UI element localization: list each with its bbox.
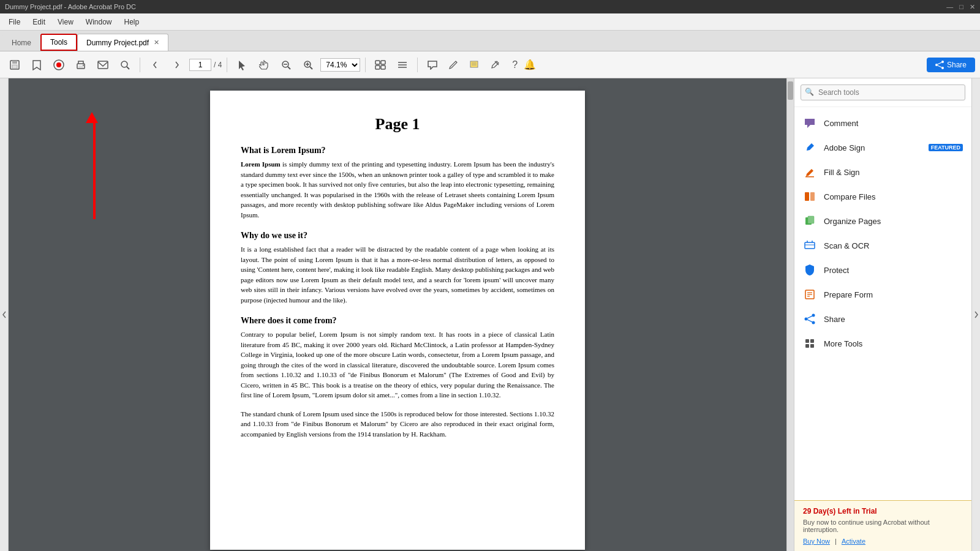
menubar: File Edit View Window Help: [0, 13, 980, 31]
tab-close-button[interactable]: ✕: [154, 39, 159, 47]
draw-tool-button[interactable]: [443, 55, 463, 75]
organize-pages-icon: [803, 214, 816, 228]
tab-document[interactable]: Dummy Project.pdf ✕: [77, 34, 168, 51]
titlebar: Dummy Project.pdf - Adobe Acrobat Pro DC…: [0, 0, 980, 13]
save-button[interactable]: [5, 55, 24, 75]
annotation-tools: [423, 55, 505, 75]
section1-body: Lorem Ipsum is simply dummy text of the …: [241, 159, 554, 220]
section3-body: Contrary to popular belief, Lorem Ipsum …: [241, 329, 554, 400]
menu-help[interactable]: Help: [118, 15, 146, 29]
vertical-scrollbar[interactable]: [786, 78, 794, 551]
tool-item-fill-sign[interactable]: Fill & Sign: [794, 160, 971, 184]
menu-window[interactable]: Window: [80, 15, 118, 29]
buy-now-link[interactable]: Buy Now: [803, 538, 830, 545]
comment-label: Comment: [824, 119, 858, 128]
tool-item-protect[interactable]: Protect: [794, 258, 971, 282]
scroll-mode-button[interactable]: [393, 55, 412, 75]
protect-icon: [803, 263, 816, 277]
find-button[interactable]: [115, 55, 135, 75]
right-panel-toggle[interactable]: [971, 78, 980, 551]
svg-rect-1: [12, 61, 17, 64]
tab-tools[interactable]: Tools: [40, 34, 77, 51]
zoom-control: 74.1% 50% 100% 125% 150% 200%: [320, 58, 360, 72]
svg-rect-8: [98, 61, 108, 69]
svg-point-49: [805, 318, 808, 321]
svg-line-10: [127, 67, 129, 69]
print-button[interactable]: [71, 55, 91, 75]
svg-line-50: [807, 316, 812, 318]
tool-item-comment[interactable]: Comment: [794, 111, 971, 135]
more-tools-label: More Tools: [824, 339, 862, 348]
tools-search-input[interactable]: [801, 84, 965, 100]
page-nav: / 4: [189, 59, 222, 71]
svg-rect-34: [805, 176, 814, 178]
compare-files-icon: [803, 190, 816, 203]
svg-line-28: [495, 61, 499, 65]
prepare-form-icon: [803, 288, 816, 301]
svg-point-31: [935, 64, 938, 66]
svg-line-33: [938, 66, 942, 67]
share-label: Share: [824, 315, 845, 324]
prev-page-button[interactable]: [145, 55, 165, 75]
tool-item-scan-ocr[interactable]: Scan & OCR: [794, 233, 971, 258]
pdf-viewer[interactable]: Page 1 What is Lorem Ipsum? Lorem Ipsum …: [9, 78, 786, 551]
maximize-button[interactable]: □: [959, 3, 963, 11]
email-button[interactable]: [93, 55, 113, 75]
fill-sign-button[interactable]: [485, 55, 505, 75]
adobe-sign-icon: [803, 141, 816, 154]
fill-sign-label: Fill & Sign: [824, 168, 860, 177]
svg-point-30: [941, 67, 944, 69]
svg-rect-52: [805, 339, 809, 343]
tool-item-adobe-sign[interactable]: Adobe SignFEATURED: [794, 135, 971, 160]
select-tool-button[interactable]: [232, 55, 252, 75]
stamp-button[interactable]: [49, 55, 69, 75]
titlebar-text: Dummy Project.pdf - Adobe Acrobat Pro DC: [5, 3, 136, 10]
trial-title: 29 Day(s) Left in Trial: [803, 507, 963, 515]
page-number-input[interactable]: [189, 59, 211, 71]
svg-point-29: [941, 61, 944, 63]
highlight-tool-button[interactable]: [464, 55, 484, 75]
comment-tool-button[interactable]: [423, 55, 442, 75]
left-panel-toggle[interactable]: [0, 78, 9, 551]
menu-edit[interactable]: Edit: [26, 15, 51, 29]
pdf-page-title: Page 1: [241, 115, 554, 133]
scrollbar-thumb[interactable]: [788, 81, 793, 100]
svg-rect-53: [810, 339, 814, 343]
tool-item-organize-pages[interactable]: Organize Pages: [794, 209, 971, 233]
tool-item-prepare-form[interactable]: Prepare Form: [794, 282, 971, 307]
prepare-form-label: Prepare Form: [824, 290, 873, 299]
menu-file[interactable]: File: [2, 15, 26, 29]
svg-rect-38: [808, 216, 814, 223]
bookmark-button[interactable]: [27, 55, 47, 75]
zoom-in-button[interactable]: [298, 55, 318, 75]
close-button[interactable]: ✕: [970, 3, 975, 11]
share-icon: [803, 312, 816, 326]
tab-home[interactable]: Home: [2, 34, 40, 51]
share-button[interactable]: Share: [927, 58, 975, 72]
hand-tool-button[interactable]: [254, 55, 274, 75]
next-page-button[interactable]: [167, 55, 187, 75]
svg-rect-6: [78, 66, 83, 68]
menu-view[interactable]: View: [51, 15, 80, 29]
svg-point-9: [121, 61, 127, 67]
activate-link[interactable]: Activate: [842, 538, 865, 545]
fill-sign-icon: [803, 165, 816, 179]
page-view-button[interactable]: [371, 55, 390, 75]
svg-rect-20: [375, 66, 380, 69]
help-icon[interactable]: ?: [512, 59, 518, 70]
zoom-out-button[interactable]: [276, 55, 296, 75]
svg-rect-36: [810, 192, 815, 201]
section3-heading: Where does it come from?: [241, 316, 554, 326]
svg-line-32: [938, 62, 942, 64]
organize-pages-label: Organize Pages: [824, 217, 881, 226]
tool-item-share[interactable]: Share: [794, 307, 971, 331]
tool-item-more-tools[interactable]: More Tools: [794, 331, 971, 356]
minimize-button[interactable]: —: [946, 3, 953, 11]
tab-document-label: Dummy Project.pdf: [86, 39, 149, 47]
tabbar: Home Tools Dummy Project.pdf ✕: [0, 31, 980, 51]
zoom-select[interactable]: 74.1% 50% 100% 125% 150% 200%: [320, 58, 360, 72]
tool-item-compare-files[interactable]: Compare Files: [794, 184, 971, 209]
share-label: Share: [947, 61, 967, 69]
notifications-icon[interactable]: 🔔: [524, 59, 536, 70]
svg-point-7: [83, 64, 84, 66]
